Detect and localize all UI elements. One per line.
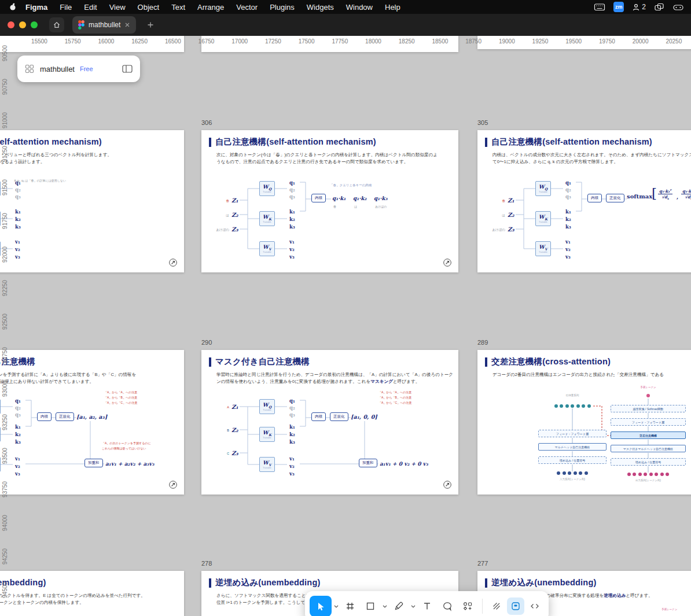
sidebar-toggle-icon[interactable] [122, 64, 133, 74]
slide-290[interactable]: マスク付き自己注意機構 学習時に推論時と同じ注意計算を行うため、デコーダの最初の… [201, 350, 458, 495]
menu-item-text[interactable]: Text [171, 3, 185, 12]
weighted-sum-badge: 加重和 [84, 459, 103, 467]
inner-product-badge: 内積 [37, 412, 52, 421]
slide-306[interactable]: 自己注意機構(self-attention mechanism) 次に、対象のト… [201, 130, 458, 272]
pen-tool-button[interactable] [389, 596, 409, 616]
menu-item-vector[interactable]: Vector [236, 3, 258, 12]
menu-item-figma[interactable]: Figma [25, 3, 47, 12]
controller-icon[interactable] [672, 2, 684, 12]
dot-product-token-label: あけぼの [375, 205, 391, 208]
shape-tool-menu[interactable] [381, 596, 388, 616]
zoom-app-badge[interactable]: zm [613, 2, 624, 12]
menu-item-widgets[interactable]: Widgets [307, 3, 334, 12]
slide-partial-top-right[interactable] [477, 36, 691, 49]
draw-mode-button[interactable] [488, 597, 505, 615]
architecture-box: 埋め込み / 位置符号 [538, 456, 607, 464]
slide-title: 逆埋め込み(unembedding) [215, 577, 321, 588]
inner-product-badge: 内積 [311, 194, 326, 202]
menu-item-object[interactable]: Object [138, 3, 160, 12]
menu-item-file[interactable]: File [60, 3, 72, 12]
actions-button[interactable] [458, 596, 477, 616]
frame-label-289[interactable]: 289 [477, 339, 488, 346]
attention-annotation: 「A」から「C」への注意 [104, 401, 137, 404]
move-tool-button[interactable] [310, 596, 332, 616]
feature-dot [565, 404, 569, 408]
slide-291[interactable]: マスク付き自己注意機構 学習時、「A」の次のトークンを予測する計算に「A」よりも… [0, 350, 184, 495]
slide-289[interactable]: 交差注意機構(cross-attention) デコーダの2番目の注意機構はエン… [477, 350, 691, 495]
dot-product-term: q₁·k₂ [353, 196, 367, 201]
chevron-down-icon [381, 603, 388, 610]
frame-label-305[interactable]: 305 [477, 119, 488, 126]
q-vector: q₁ [289, 180, 295, 186]
flow-start-icon[interactable] [443, 258, 452, 267]
tab-mathbullet[interactable]: mathbullet [72, 16, 136, 34]
move-tool-menu[interactable] [332, 596, 340, 616]
close-window-button[interactable] [8, 21, 14, 28]
flow-start-icon[interactable] [443, 480, 452, 489]
comment-tool-button[interactable] [438, 596, 457, 616]
text-tool-button[interactable] [417, 596, 437, 616]
k-vector: k₂ [15, 216, 21, 222]
menu-item-view[interactable]: View [109, 3, 126, 12]
frame-label-290[interactable]: 290 [201, 339, 212, 346]
q-vector: q₂ [289, 405, 295, 411]
frame-label-306[interactable]: 306 [201, 119, 212, 126]
menu-item-window[interactable]: Window [346, 3, 373, 12]
slide-279[interactable]: 逆埋め込み(unembedding) すると V(総トークン数)次元のベクトルを… [0, 571, 184, 616]
menu-item-edit[interactable]: Edit [84, 3, 97, 12]
pen-tool-menu[interactable] [409, 596, 417, 616]
frame-label-277[interactable]: 277 [477, 560, 488, 567]
projects-grid-icon [24, 64, 35, 74]
plan-badge: Free [80, 65, 116, 72]
token-label: A [204, 405, 229, 409]
stack-icon[interactable] [654, 2, 664, 12]
architecture-box: マスク付きマルチヘッド自己注意機構 [611, 445, 686, 452]
weight-matrix-box: WKTrainable [259, 211, 275, 226]
flow-start-icon[interactable] [168, 258, 178, 267]
attention-annotation: 「A」から「A」への注意 [104, 390, 137, 394]
participants-count: 2 [642, 3, 646, 11]
home-button[interactable] [49, 17, 64, 32]
dev-mode-button[interactable] [526, 597, 543, 615]
ruler-tick-v: 91000 [2, 112, 8, 128]
new-tab-button[interactable] [144, 19, 157, 31]
frame-label-278[interactable]: 278 [201, 560, 212, 567]
apple-menu-icon[interactable] [8, 2, 17, 12]
participants-indicator[interactable]: 2 [632, 3, 646, 12]
menu-item-plugins[interactable]: Plugins [270, 3, 295, 12]
slide-partial-top-left[interactable] [0, 36, 184, 52]
flow-start-icon[interactable] [168, 480, 178, 489]
input-token-dot [579, 471, 582, 475]
weight-matrix-box: WQTrainable [0, 181, 1, 196]
slide-partial-top-middle[interactable] [201, 36, 458, 52]
slide-307[interactable]: 自己注意機構(self-attention mechanism) 埋め込み列から… [0, 130, 184, 272]
minimize-window-button[interactable] [19, 21, 26, 28]
z-vector: Z₁ [231, 197, 238, 204]
input-token-dot [557, 471, 560, 475]
attention-annotation: 「A」から「B」への注意 [378, 396, 411, 399]
v-vector: v₂ [15, 246, 20, 252]
canvas[interactable]: 306 305 290 289 278 277 自己注意機構(self-atte… [0, 36, 691, 616]
k-vector: k₃ [289, 224, 295, 230]
feature-dot [582, 404, 585, 408]
weighted-sum-formula: a₁v₁ + 0 v₂ + 0 v₃ [380, 461, 428, 467]
attention-diagram: AZ₁BZ₂CZ₃WQTrainableWKTrainableWVTrainab… [201, 350, 458, 495]
shape-tool-button[interactable] [361, 596, 380, 616]
frame-tool-button[interactable] [340, 596, 360, 616]
connector-lines [201, 350, 458, 495]
attention-annotation: 「A」から「B」への注意 [104, 396, 137, 399]
keyboard-icon[interactable] [594, 2, 605, 12]
output-token-dot [649, 473, 653, 476]
menu-item-help[interactable]: Help [385, 3, 400, 12]
token-label: C [204, 452, 229, 455]
zoom-window-button[interactable] [31, 21, 38, 28]
file-card[interactable]: mathbullet Free [17, 56, 140, 82]
close-tab-icon[interactable] [124, 22, 130, 28]
attention-diagram: AZ₁BZ₂CZ₃WQTrainableWKTrainableWVTrainab… [0, 350, 184, 495]
input-token-dot [574, 471, 577, 475]
dot-product-token-label: 春 [333, 205, 350, 208]
attention-annotation: 「A」から「A」への注意 [378, 390, 411, 394]
design-mode-button[interactable] [507, 597, 524, 615]
menu-item-arrange[interactable]: Arrange [197, 3, 224, 12]
slide-305[interactable]: 自己注意機構(self-attention mechanism) 内積は、ベクト… [477, 130, 691, 272]
